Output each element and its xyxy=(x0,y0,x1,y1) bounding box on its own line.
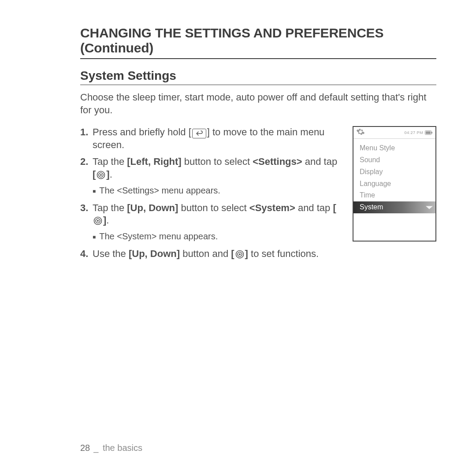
device-item-sound: Sound xyxy=(353,154,435,166)
gear-icon xyxy=(356,127,365,138)
back-icon xyxy=(192,129,206,138)
step-number: 3. xyxy=(80,202,93,227)
bullet-icon: ■ xyxy=(93,234,96,240)
chevron-down-icon xyxy=(426,206,433,209)
text: Tap the xyxy=(93,202,127,213)
text: button to select xyxy=(178,202,249,213)
target-icon xyxy=(93,216,102,225)
text: button to select xyxy=(182,156,253,167)
text: The <Settings> menu appears. xyxy=(99,186,220,196)
text: . xyxy=(110,169,112,180)
step-number: 4. xyxy=(80,248,93,260)
text: . xyxy=(106,215,109,226)
text: Tap the xyxy=(93,156,127,167)
target-icon xyxy=(235,250,244,259)
text: and tap xyxy=(302,156,338,167)
step-body: Press and briefly hold [] to move to the… xyxy=(93,126,342,151)
text-bold: [Up, Down] xyxy=(129,248,180,259)
svg-rect-10 xyxy=(426,131,431,134)
text-bold: [ xyxy=(231,248,234,259)
step-4: 4. Use the [Up, Down] button and [] to s… xyxy=(80,248,342,260)
page-number: 28 xyxy=(80,443,90,453)
text-bold: [ xyxy=(93,169,96,180)
text-bold: [Up, Down] xyxy=(127,202,178,213)
svg-point-2 xyxy=(100,174,102,176)
text: Use the xyxy=(93,248,129,259)
target-icon xyxy=(97,171,105,179)
step-body: Tap the [Left, Right] button to select <… xyxy=(93,156,342,181)
page-footer: 28_ the basics xyxy=(80,443,142,453)
battery-icon xyxy=(425,130,433,135)
text-bold: [Left, Right] xyxy=(127,156,181,167)
device-item-menustyle: Menu Style xyxy=(353,142,435,154)
text: Press and briefly hold [ xyxy=(93,126,191,138)
footer-section: the basics xyxy=(103,443,142,453)
step-3: 3. Tap the [Up, Down] button to select <… xyxy=(80,202,342,227)
text-bold: <Settings> xyxy=(253,156,302,167)
step-number: 2. xyxy=(80,156,93,181)
svg-rect-11 xyxy=(431,132,432,134)
text: The <System> menu appears. xyxy=(99,231,218,242)
text: to set functions. xyxy=(248,248,319,259)
step-body: Use the [Up, Down] button and [] to set … xyxy=(93,248,342,260)
svg-point-5 xyxy=(97,220,99,222)
step-3-sub: ■ The <System> menu appears. xyxy=(93,231,342,242)
device-item-language: Language xyxy=(353,178,435,190)
footer-sep: _ xyxy=(93,443,98,453)
steps-list: 1. Press and briefly hold [] to move to … xyxy=(80,126,342,264)
text: button and xyxy=(180,248,231,259)
text-bold: ] xyxy=(245,248,248,259)
intro-text: Choose the sleep timer, start mode, auto… xyxy=(80,91,436,116)
bullet-icon: ■ xyxy=(93,188,96,194)
device-status-bar: 04:27 PM xyxy=(353,127,435,138)
svg-point-8 xyxy=(239,253,241,255)
step-2: 2. Tap the [Left, Right] button to selec… xyxy=(80,156,342,181)
device-menu: Menu Style Sound Display Language Time S… xyxy=(353,139,435,213)
device-item-display: Display xyxy=(353,166,435,178)
text: and tap xyxy=(295,202,333,213)
device-item-time: Time xyxy=(353,190,435,201)
text-bold: [ xyxy=(333,202,336,213)
step-number: 1. xyxy=(80,126,93,151)
step-body: Tap the [Up, Down] button to select <Sys… xyxy=(93,202,342,227)
device-item-label: System xyxy=(360,203,383,211)
step-1: 1. Press and briefly hold [] to move to … xyxy=(80,126,342,151)
device-item-system: System xyxy=(353,201,435,213)
text-bold: ] xyxy=(106,169,109,180)
section-title: System Settings xyxy=(80,69,436,85)
text-bold: <System> xyxy=(249,202,295,213)
page-title: CHANGING THE SETTINGS AND PREFERENCES (C… xyxy=(80,26,436,59)
device-time: 04:27 PM xyxy=(404,130,423,135)
step-2-sub: ■ The <Settings> menu appears. xyxy=(93,186,342,196)
device-screenshot: 04:27 PM Menu Style Sound Display Langua… xyxy=(353,126,436,242)
